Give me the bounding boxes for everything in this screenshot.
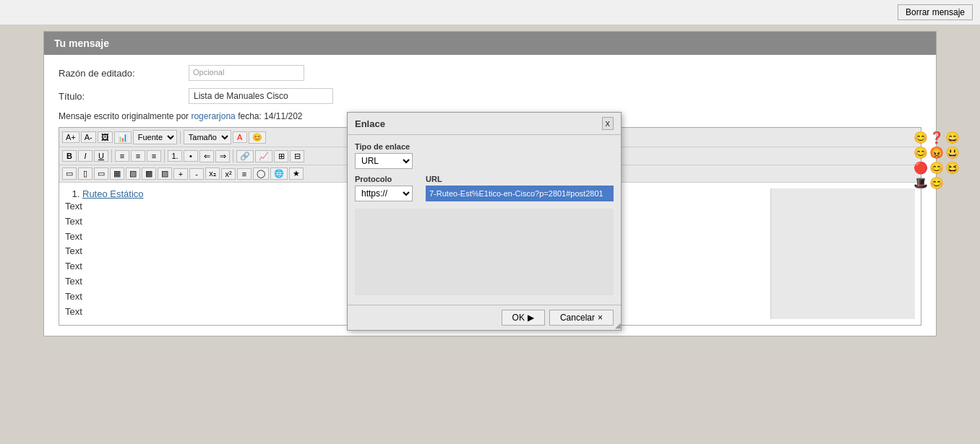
url-col: URL <box>426 175 614 201</box>
ok-label: OK <box>512 313 525 323</box>
protocol-col: Protocolo https:// <box>355 175 420 201</box>
modal-title: Enlace <box>355 118 385 129</box>
cancel-button[interactable]: Cancelar × <box>549 310 614 326</box>
modal-body: Tipo de enlace URL Protocolo https:// UR… <box>348 135 621 305</box>
modal-textarea[interactable] <box>355 209 614 295</box>
ok-button[interactable]: OK ▶ <box>502 310 545 326</box>
cancel-label: Cancelar <box>560 313 595 323</box>
resize-handle[interactable]: ◢ <box>612 321 621 330</box>
protocol-url-row: Protocolo https:// URL <box>355 175 614 201</box>
link-type-label: Tipo de enlace <box>355 142 614 151</box>
cancel-x: × <box>598 313 603 323</box>
url-label: URL <box>426 175 614 183</box>
ok-arrow: ▶ <box>528 313 534 323</box>
modal-footer: OK ▶ Cancelar × <box>348 305 621 330</box>
enlace-modal: Enlace x Tipo de enlace URL Protocolo ht… <box>347 112 622 331</box>
url-input[interactable] <box>426 186 614 201</box>
link-type-select[interactable]: URL <box>355 153 413 169</box>
protocol-label: Protocolo <box>355 175 420 183</box>
modal-close-button[interactable]: x <box>602 117 614 130</box>
modal-overlay: Enlace x Tipo de enlace URL Protocolo ht… <box>0 0 980 342</box>
modal-header: Enlace x <box>348 113 621 135</box>
protocol-select[interactable]: https:// <box>355 186 413 201</box>
link-type-section: Tipo de enlace URL <box>355 142 614 169</box>
